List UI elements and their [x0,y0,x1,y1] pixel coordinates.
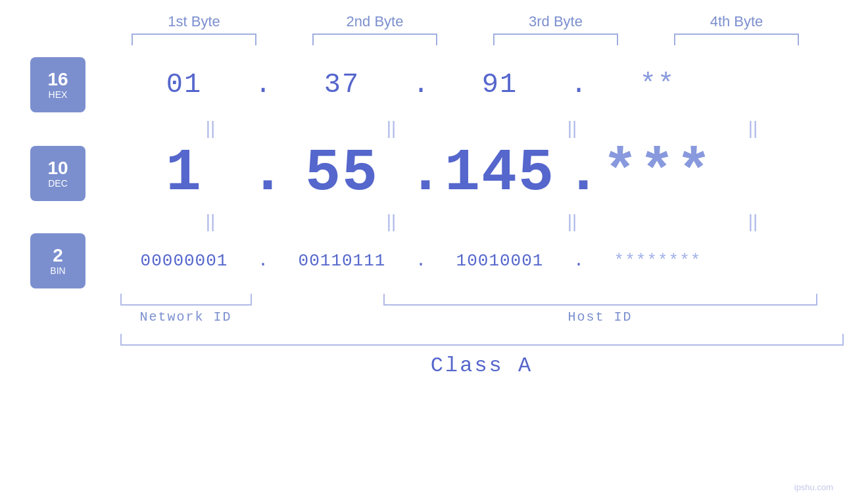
top-bracket-row [104,34,827,45]
network-id-label: Network ID [120,309,252,325]
bin-row: 2 BIN 00000001 . 00110111 . 10010001 . *… [0,233,845,288]
full-bracket [120,334,844,346]
id-labels-row: Network ID Host ID [120,309,844,325]
bin-values: 00000001 . 00110111 . 10010001 . *******… [118,251,845,271]
hex-badge-label: HEX [49,89,68,100]
bin-dot-1: . [250,251,276,271]
bin-dot-3: . [566,251,592,271]
hex-dot-2: . [408,69,434,101]
main-container: 1st Byte 2nd Byte 3rd Byte 4th Byte 16 H… [0,0,845,504]
hex-byte-3: 91 [434,69,566,101]
equals-2: || [326,118,457,139]
byte-label-4: 4th Byte [664,13,809,30]
bin-badge-label: BIN [50,265,65,276]
bracket-2 [312,34,437,45]
hex-row: 16 HEX 01 . 37 . 91 . ** [0,57,845,112]
dec-badge-label: DEC [48,178,68,189]
dec-byte-1: 1 [118,140,250,207]
hex-badge-number: 16 [47,70,68,90]
dec-dot-2: . [408,140,434,207]
class-label-row: Class A [120,354,844,378]
bin-byte-1: 00000001 [118,251,250,271]
network-bracket [120,294,252,306]
dec-row: 10 DEC 1 . 55 . 145 . *** [0,140,845,207]
host-bracket [383,294,817,306]
bin-dot-2: . [408,251,434,271]
equals-row-1: || || || || [120,118,844,139]
bin-byte-2: 00110111 [276,251,408,271]
hex-byte-1: 01 [118,69,250,101]
equals-8: || [687,211,819,232]
equals-7: || [506,211,638,232]
bin-byte-3: 10010001 [434,251,566,271]
byte-label-3: 3rd Byte [483,13,628,30]
bracket-1 [132,34,256,45]
dec-byte-3: 145 [434,140,566,207]
bracket-spacer-1 [252,294,383,306]
hex-dot-3: . [566,69,592,101]
dec-values: 1 . 55 . 145 . *** [118,140,845,207]
host-id-label: Host ID [383,309,817,325]
hex-byte-2: 37 [276,69,408,101]
byte-label-1: 1st Byte [122,13,266,30]
dec-dot-3: . [566,140,592,207]
hex-byte-4: ** [592,69,723,101]
equals-5: || [145,211,276,232]
bin-badge-number: 2 [53,246,63,266]
header-row: 1st Byte 2nd Byte 3rd Byte 4th Byte [104,13,827,30]
id-spacer [252,309,383,325]
hex-badge: 16 HEX [30,57,85,112]
bin-byte-4: ******** [592,251,723,271]
equals-3: || [506,118,638,139]
hex-values: 01 . 37 . 91 . ** [118,69,845,101]
hex-dot-1: . [250,69,276,101]
bin-badge: 2 BIN [30,233,85,288]
bracket-3 [493,34,618,45]
equals-4: || [687,118,819,139]
equals-6: || [326,211,457,232]
dec-byte-2: 55 [276,140,408,207]
byte-label-2: 2nd Byte [302,13,447,30]
full-bracket-row [120,334,844,346]
dec-dot-1: . [250,140,276,207]
watermark: ipshu.com [794,482,833,492]
equals-row-2: || || || || [120,211,844,232]
bracket-4 [674,34,799,45]
equals-1: || [145,118,276,139]
bottom-bracket-container [120,294,844,306]
dec-badge: 10 DEC [30,146,85,201]
dec-byte-4: *** [592,140,723,207]
dec-badge-number: 10 [47,158,68,179]
class-label: Class A [431,354,533,378]
